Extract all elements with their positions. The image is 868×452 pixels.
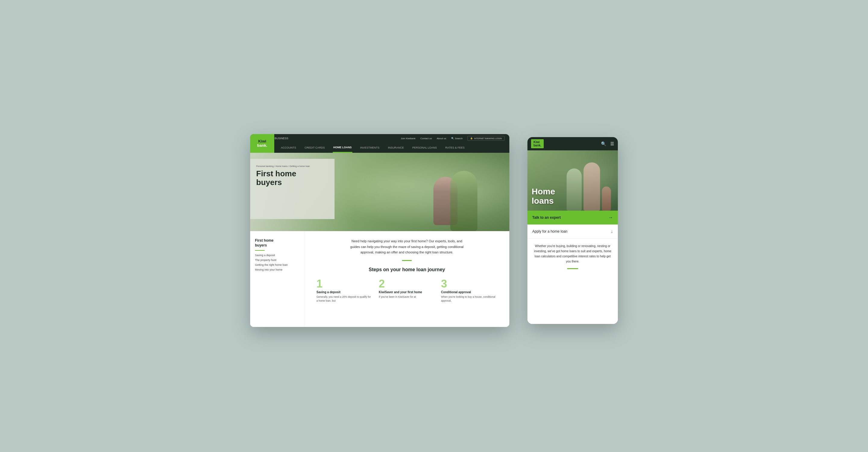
breadcrumb: Personal banking / Home loans / Getting …: [256, 165, 329, 167]
mobile-browser: Kiwi bank. 🔍 ☰ Home loans Talk to an exp…: [527, 137, 618, 324]
logo-line2: bank.: [257, 143, 267, 148]
hero-section: Personal banking / Home loans / Getting …: [250, 153, 509, 231]
mobile-hero: Home loans: [527, 150, 618, 211]
hero-title: First home buyers: [256, 169, 329, 187]
desktop-browser: PERSONAL BUSINESS Join Kiwibank Contact …: [250, 134, 509, 327]
about-us-link[interactable]: About us: [437, 137, 446, 140]
step-1-title: Saving a deposit: [316, 290, 373, 294]
step-2-title: KiwiSaver and your first home: [379, 290, 435, 294]
mobile-hero-figures: [567, 156, 615, 211]
steps-grid: 1 Saving a deposit Generally, you need a…: [316, 279, 497, 303]
nav-accounts[interactable]: ACCOUNTS: [280, 142, 297, 153]
mobile-header: Kiwi bank. 🔍 ☰: [527, 137, 618, 150]
hero-image: [341, 153, 509, 231]
intro-paragraph: Need help navigating your way into your …: [350, 238, 464, 255]
step-1-number: 1: [316, 279, 373, 289]
step-2-number: 2: [379, 279, 435, 289]
search-icon: 🔍: [451, 137, 454, 140]
talk-to-expert-row[interactable]: Talk to an expert →: [527, 211, 618, 225]
step-2: 2 KiwiSaver and your first home If you'v…: [379, 279, 435, 303]
top-nav-right: Join Kiwibank Contact us About us 🔍 Sear…: [401, 136, 504, 141]
mobile-hero-title: Home loans: [532, 187, 555, 206]
logo-line1: Kiwi: [257, 139, 267, 143]
intro-divider: [402, 260, 412, 261]
sidebar-link-property-hunt[interactable]: The property hunt: [255, 259, 299, 262]
hero-overlay: Personal banking / Home loans / Getting …: [250, 159, 335, 219]
main-content: Need help navigating your way into your …: [304, 231, 509, 327]
step-3-title: Conditional approval: [441, 290, 497, 294]
logo-area[interactable]: Kiwi bank.: [250, 134, 274, 153]
step-3-number: 3: [441, 279, 497, 289]
nav-business-tab[interactable]: BUSINESS: [275, 137, 288, 140]
contact-us-link[interactable]: Contact us: [421, 137, 432, 140]
nav-home-loans[interactable]: HOME LOANS: [333, 142, 352, 153]
mobile-menu-icon[interactable]: ☰: [610, 141, 614, 146]
banking-btn-label: INTERNET BANKING LOGIN: [474, 137, 502, 139]
apply-for-loan-row[interactable]: Apply for a home loan ↓: [527, 225, 618, 239]
step-2-desc: If you've been in KiwiSaver for at: [379, 295, 435, 299]
main-nav: Kiwi bank. ACCOUNTS CREDIT CARDS HOME LO…: [250, 142, 509, 153]
join-kiwibank-link[interactable]: Join Kiwibank: [401, 137, 415, 140]
mobile-divider: [567, 268, 578, 269]
apply-for-loan-arrow: ↓: [611, 229, 613, 234]
kiwibank-logo: Kiwi bank.: [257, 139, 267, 148]
mobile-logo-text: Kiwi bank.: [533, 140, 541, 147]
step-3: 3 Conditional approval When you're looki…: [441, 279, 497, 303]
step-1-desc: Generally, you need a 20% deposit to qua…: [316, 295, 373, 303]
mobile-content: Talk to an expert → Apply for a home loa…: [527, 211, 618, 324]
mobile-header-icons: 🔍 ☰: [601, 141, 614, 146]
nav-insurance[interactable]: INSURANCE: [387, 142, 404, 153]
figure-adult: [450, 171, 477, 231]
nav-rates-fees[interactable]: RATES & FEES: [445, 142, 465, 153]
mobile-search-icon[interactable]: 🔍: [601, 141, 606, 146]
step-1: 1 Saving a deposit Generally, you need a…: [316, 279, 373, 303]
sidebar-link-moving-in[interactable]: Moving into your home: [255, 268, 299, 271]
mobile-logo[interactable]: Kiwi bank.: [531, 139, 544, 148]
talk-to-expert-arrow: →: [608, 215, 613, 220]
search-label: Search: [455, 137, 463, 140]
sidebar-link-right-loan[interactable]: Getting the right home loan: [255, 263, 299, 266]
lock-icon: 🔒: [470, 137, 473, 139]
apply-for-loan-label: Apply for a home loan: [532, 229, 567, 233]
mobile-figure-1: [567, 168, 582, 211]
nav-personal-loans[interactable]: PERSONAL LOANS: [412, 142, 438, 153]
sidebar-active-indicator: [255, 250, 265, 251]
step-3-desc: When you're looking to buy a house, cond…: [441, 295, 497, 303]
sidebar: First home buyers Saving a deposit The p…: [250, 231, 304, 327]
mobile-figure-3: [602, 187, 611, 211]
talk-to-expert-label: Talk to an expert: [532, 216, 561, 220]
internet-banking-button[interactable]: 🔒 INTERNET BANKING LOGIN: [467, 136, 504, 141]
sidebar-title: First home buyers: [255, 238, 299, 248]
nav-investments[interactable]: INVESTMENTS: [360, 142, 380, 153]
mobile-figure-2: [584, 162, 600, 211]
steps-heading: Steps on your home loan journey: [316, 267, 497, 272]
top-nav: PERSONAL BUSINESS Join Kiwibank Contact …: [250, 134, 509, 142]
search-link[interactable]: 🔍 Search: [451, 137, 463, 140]
mobile-body: Whether you're buying, building or renov…: [527, 239, 618, 274]
sidebar-link-saving[interactable]: Saving a deposit: [255, 254, 299, 257]
content-area: First home buyers Saving a deposit The p…: [250, 231, 509, 327]
mobile-body-paragraph: Whether you're buying, building or renov…: [532, 244, 613, 264]
nav-credit-cards[interactable]: CREDIT CARDS: [304, 142, 326, 153]
